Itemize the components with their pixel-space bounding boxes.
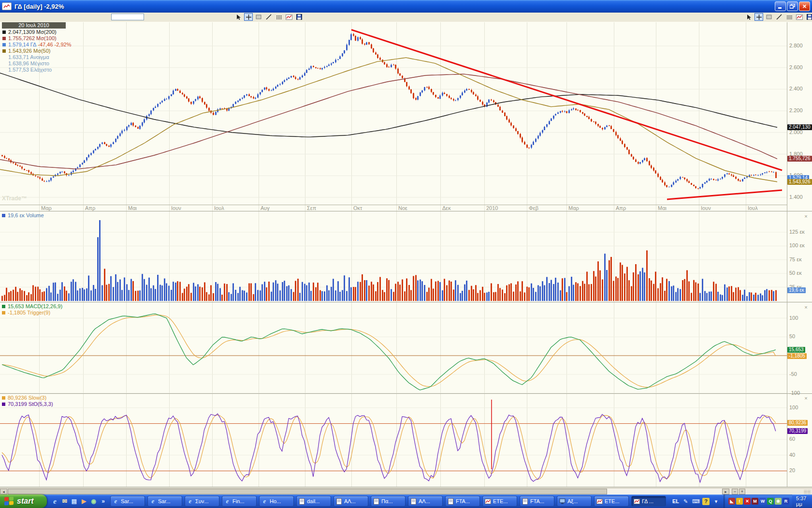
quicktime-icon[interactable]: Q bbox=[767, 498, 774, 505]
taskbar-button-fin[interactable]: eFin... bbox=[222, 496, 257, 507]
resize-grip[interactable]: ▒▒ bbox=[804, 490, 811, 494]
taskbar-button-label: Sar... bbox=[121, 498, 133, 504]
chart-tool[interactable] bbox=[795, 13, 804, 21]
macd-pane-close-icon[interactable]: × bbox=[803, 305, 809, 310]
office-doc-icon[interactable]: W bbox=[759, 498, 766, 505]
close-button[interactable]: ✕ bbox=[799, 1, 810, 11]
minimize-button[interactable] bbox=[775, 1, 786, 11]
line-tool[interactable] bbox=[775, 13, 783, 21]
taskbar-button-ho[interactable]: eHo... bbox=[259, 496, 294, 507]
taskbar-button-sar[interactable]: eSar... bbox=[147, 496, 182, 507]
horizontal-scrollbar[interactable]: ◄ ► − + ▒▒ bbox=[0, 488, 812, 494]
taskbar-button-dail[interactable]: dail... bbox=[296, 496, 331, 507]
taskbar-button-πα[interactable]: Πα... bbox=[371, 496, 406, 507]
taskbar-button-ete[interactable]: ETE... bbox=[594, 496, 629, 507]
save-tool[interactable] bbox=[805, 13, 812, 21]
scrollbar-thumb[interactable] bbox=[8, 489, 607, 494]
taskbar-clock[interactable]: 5:37 μμ bbox=[792, 495, 812, 507]
taskbar-button-sar[interactable]: eSar... bbox=[110, 496, 145, 507]
macd-axis-tick: 100 bbox=[789, 315, 798, 321]
line-tool[interactable] bbox=[264, 13, 273, 21]
stoch-pane-close-icon[interactable]: × bbox=[803, 396, 809, 401]
taskbar-button-ete[interactable]: ETE... bbox=[482, 496, 517, 507]
chart-app-icon bbox=[634, 498, 640, 505]
box-tool[interactable] bbox=[254, 13, 263, 21]
toolbar-tools-right bbox=[744, 13, 812, 21]
x-axis-month-label: Απρ bbox=[616, 205, 626, 211]
x-axis-month-label: Δεκ bbox=[442, 205, 451, 211]
scroll-right-button[interactable]: ► bbox=[722, 489, 729, 494]
x-axis-month-label: Φεβ bbox=[529, 205, 538, 211]
taskbar-button-label: ΑΛ... bbox=[344, 498, 356, 504]
crosshair-tool[interactable] bbox=[754, 13, 763, 21]
title-bar: ΓΔ [daily] -2,92% ✕ bbox=[0, 0, 812, 13]
pen-input-icon[interactable]: ✎ bbox=[682, 498, 689, 505]
network-status-icon[interactable]: ❀ bbox=[775, 498, 782, 505]
macd-axis-tick: -50 bbox=[789, 371, 797, 377]
status-error-icon[interactable]: ✕ bbox=[744, 498, 751, 505]
start-button[interactable]: start bbox=[0, 494, 47, 508]
options-arrow-icon[interactable]: ▾ bbox=[712, 498, 720, 505]
media-player-icon[interactable]: ▶ bbox=[80, 497, 88, 506]
security-alert-icon[interactable]: ! bbox=[736, 498, 743, 505]
quick-launch-bar: e✉▤▶◉» bbox=[51, 497, 107, 506]
macd-axis-tick: 50 bbox=[789, 333, 795, 339]
x-axis-month-label: Απρ bbox=[85, 205, 95, 211]
zoom-in-button[interactable]: + bbox=[739, 489, 745, 494]
email-icon[interactable]: ✉ bbox=[60, 497, 69, 506]
taskbar-button-αλ[interactable]: ΑΛ... bbox=[408, 496, 443, 507]
keyboard-icon[interactable]: ⌨ bbox=[692, 498, 699, 505]
save-tool[interactable] bbox=[295, 13, 304, 21]
price-axis-tick: 1.400 bbox=[789, 194, 803, 200]
x-axis-month-label: Σεπ bbox=[307, 205, 316, 211]
taskbar-button-fta[interactable]: FTA... bbox=[445, 496, 480, 507]
x-axis-month-label: Ιουλ bbox=[748, 205, 758, 211]
grid-tool[interactable] bbox=[785, 13, 794, 21]
volume-legend: 19,6 εκ Volume bbox=[2, 212, 44, 219]
mail-notifier-icon[interactable]: M bbox=[752, 498, 758, 505]
zoom-out-button[interactable]: − bbox=[732, 489, 738, 494]
symbol-input[interactable] bbox=[111, 14, 144, 20]
quick-launch-chevron-icon[interactable]: » bbox=[99, 497, 107, 506]
chart-tool[interactable] bbox=[285, 13, 293, 21]
restore-button[interactable] bbox=[787, 1, 798, 11]
taskbar-right-cluster: EL ✎⌨?▾ ◣!✕MWQ❀R 5:37 μμ bbox=[668, 494, 812, 508]
volume-axis-tick: 100 εκ bbox=[789, 242, 805, 248]
main-chart-legend: 2.047,1309 Μσ(200)1.755,7262 Μσ(100)1.57… bbox=[2, 29, 71, 73]
language-indicator[interactable]: EL bbox=[672, 498, 679, 504]
taskbar-button-label: FTA... bbox=[530, 498, 544, 504]
legend-row: 1.543,926 Μσ(50) bbox=[2, 48, 71, 54]
grid-tool[interactable] bbox=[275, 13, 283, 21]
pointer-tool[interactable] bbox=[744, 13, 753, 21]
antivirus-icon[interactable]: ◣ bbox=[728, 498, 735, 505]
x-axis-month-label: 2010 bbox=[486, 205, 498, 211]
document-icon bbox=[373, 498, 379, 505]
internet-explorer-icon: e bbox=[261, 498, 268, 505]
macd-legend: -1,1805 Trigger(9) bbox=[2, 310, 50, 316]
chart-area[interactable]: 20 Ιουλ 2010 2.047,1309 Μσ(200)1.755,726… bbox=[0, 22, 812, 488]
updater-icon[interactable]: R bbox=[783, 498, 789, 505]
legend-marker bbox=[2, 37, 6, 40]
volume-pane-close-icon[interactable]: × bbox=[803, 214, 809, 219]
pointer-tool[interactable] bbox=[234, 13, 243, 21]
taskbar-button-fta[interactable]: FTA... bbox=[520, 496, 554, 507]
scroll-left-button[interactable]: ◄ bbox=[0, 489, 7, 494]
macd-axis-tick: -100 bbox=[789, 390, 800, 396]
show-desktop-icon[interactable]: ▤ bbox=[70, 497, 78, 506]
messenger-icon[interactable]: ◉ bbox=[89, 497, 98, 506]
box-tool[interactable] bbox=[765, 13, 773, 21]
taskbar-button-συν[interactable]: eΣυν... bbox=[185, 496, 219, 507]
document-icon bbox=[410, 498, 417, 505]
x-axis-month-label: Αυγ bbox=[261, 205, 270, 211]
taskbar-button-αξ[interactable]: Αξ... bbox=[557, 496, 592, 507]
scrollbar-track[interactable] bbox=[607, 489, 722, 494]
crosshair-tool[interactable] bbox=[244, 13, 253, 21]
crosshair-date-tooltip: 20 Ιουλ 2010 bbox=[2, 22, 66, 29]
taskbar-button-αλ[interactable]: ΑΛ... bbox=[334, 496, 368, 507]
axis-value-tag: 2.047,130 bbox=[787, 124, 812, 130]
internet-explorer-icon[interactable]: e bbox=[51, 497, 59, 506]
taskbar-button-γδ[interactable]: ΓΔ ... bbox=[631, 496, 666, 507]
help-icon[interactable]: ? bbox=[702, 498, 710, 505]
stoch-legend: 70,3199 StO(5,3,3) bbox=[2, 401, 53, 407]
legend-change-value: -47,46 -2,92% bbox=[36, 42, 71, 48]
